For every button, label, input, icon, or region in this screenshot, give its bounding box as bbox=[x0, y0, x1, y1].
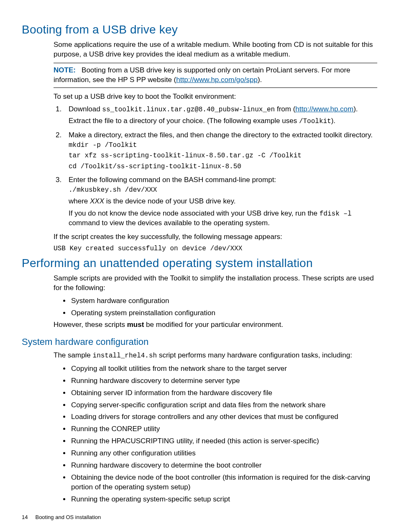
section2-body: Sample scripts are provided with the Too… bbox=[54, 274, 377, 330]
step-1: Download ss_toolkit.linux.tar.gz@8.40_pu… bbox=[64, 105, 377, 126]
step1-extract-post: ). bbox=[331, 117, 335, 125]
step3-code: ./mkusbkey.sh /dev/XXX bbox=[69, 186, 377, 195]
section3-body: The sample install_rhel4.sh script perfo… bbox=[54, 351, 377, 504]
s3-intro-pre: The sample bbox=[54, 351, 93, 359]
section2-however: However, these scripts must be modified … bbox=[54, 320, 377, 330]
section3-intro: The sample install_rhel4.sh script perfo… bbox=[54, 351, 377, 361]
list-item: Running the HPACUSCRIPTING utility, if n… bbox=[70, 437, 377, 446]
page-footer: 14Booting and OS installation bbox=[22, 514, 101, 519]
list-item: Copying server-specific configuration sc… bbox=[70, 401, 377, 410]
list-item: Operating system preinstallation configu… bbox=[70, 308, 377, 318]
step1-mid: from ( bbox=[275, 105, 295, 113]
s3-intro-code: install_rhel4.sh bbox=[93, 352, 157, 360]
step1-extract-code: /Toolkit bbox=[299, 118, 331, 125]
step3-where-pre: where bbox=[69, 197, 90, 205]
steps-list: Download ss_toolkit.linux.tar.gz@8.40_pu… bbox=[54, 105, 377, 228]
step2-code1: mkdir -p /Toolkit bbox=[69, 141, 377, 150]
list-item: Running the operating system-specific se… bbox=[70, 495, 377, 504]
list-item: Running any other configuration utilitie… bbox=[70, 449, 377, 458]
list-item: Running hardware discovery to determine … bbox=[70, 376, 377, 386]
step1-extract-pre: Extract the file to a directory of your … bbox=[69, 117, 299, 125]
step3-text: Enter the following command on the BASH … bbox=[69, 176, 276, 184]
list-item: Obtaining the device node of the boot co… bbox=[70, 473, 377, 492]
step2-text: Make a directory, extract the files, and… bbox=[69, 131, 373, 139]
section-heading-booting: Booting from a USB drive key bbox=[22, 22, 377, 38]
step1-code: ss_toolkit.linux.tar.gz@8.40_pubsw-linux… bbox=[102, 106, 275, 113]
setup-lead: To set up a USB drive key to boot the To… bbox=[54, 92, 377, 102]
list-item: System hardware configuration bbox=[70, 296, 377, 306]
section2-bullets: System hardware configuration Operating … bbox=[54, 296, 377, 318]
list-item: Running hardware discovery to determine … bbox=[70, 461, 377, 470]
however-post: be modified for your particular environm… bbox=[144, 321, 283, 329]
list-item: Obtaining server ID information from the… bbox=[70, 388, 377, 398]
step1-link[interactable]: http://www.hp.com bbox=[295, 105, 353, 113]
result-code: USB Key created successfully on device /… bbox=[54, 244, 377, 254]
intro-paragraph: Some applications require the use of a w… bbox=[54, 40, 377, 59]
step2-code2: tar xfz ss-scripting-toolkit-linux-8.50.… bbox=[69, 152, 377, 161]
step3-where-post: is the device node of your USB drive key… bbox=[104, 197, 235, 205]
step-3: Enter the following command on the BASH … bbox=[64, 175, 377, 228]
step-2: Make a directory, extract the files, and… bbox=[64, 131, 377, 172]
step3-hint-post: command to view the devices available to… bbox=[69, 219, 270, 227]
footer-title: Booting and OS installation bbox=[35, 514, 101, 519]
note-text-post: ). bbox=[258, 76, 262, 84]
step1-pre: Download bbox=[69, 105, 102, 113]
section-heading-unattended: Performing an unattended operating syste… bbox=[22, 255, 377, 271]
step2-code3: cd /Toolkit/ss-scripting-toolkit-linux-8… bbox=[69, 162, 377, 172]
note-label: NOTE: bbox=[54, 66, 76, 74]
section-heading-syshw: System hardware configuration bbox=[22, 336, 377, 348]
list-item: Loading drivers for storage controllers … bbox=[70, 412, 377, 422]
list-item: Copying all toolkit utilities from the n… bbox=[70, 364, 377, 374]
s3-intro-post: script performs many hardware configurat… bbox=[157, 351, 352, 359]
step1-post: ). bbox=[353, 105, 358, 113]
note-link[interactable]: http://www.hp.com/go/spp bbox=[176, 76, 258, 84]
section2-intro: Sample scripts are provided with the Too… bbox=[54, 274, 377, 293]
step3-hint-pre: If you do not know the device node assoc… bbox=[69, 209, 320, 217]
page-number: 14 bbox=[22, 514, 28, 519]
section3-bullets: Copying all toolkit utilities from the n… bbox=[54, 364, 377, 504]
step3-hint-code: fdisk –l bbox=[320, 210, 352, 218]
step3-where-italic: XXX bbox=[90, 197, 104, 205]
however-bold: must bbox=[127, 321, 144, 329]
list-item: Running the CONREP utility bbox=[70, 424, 377, 434]
however-pre: However, these scripts bbox=[54, 321, 127, 329]
result-text: If the script creates the key successful… bbox=[54, 232, 377, 242]
section1-body: Some applications require the use of a w… bbox=[54, 40, 377, 254]
note-box: NOTE: Booting from a USB drive key is su… bbox=[54, 63, 377, 88]
